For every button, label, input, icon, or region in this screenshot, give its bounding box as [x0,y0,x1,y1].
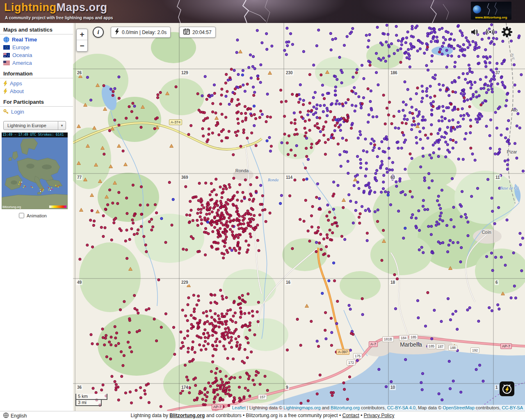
gear-icon[interactable] [501,26,513,39]
lightning-strike-dot [473,48,476,51]
site-logo[interactable]: LightningMaps.org [4,1,107,14]
lightning-strike-dot [180,392,182,395]
lightning-strike-dot [484,60,486,63]
lightning-strike-dot [520,73,523,76]
sidebar-item-login[interactable]: Login [0,108,73,116]
lightning-strike-dot [405,103,407,106]
zoom-in-button[interactable]: + [77,29,87,40]
attribution-link[interactable]: OpenStreetMap [443,405,475,410]
lightning-strike-dot [241,326,243,328]
strike-sound-button[interactable] [500,381,514,396]
europe-thumbnail-map[interactable]: 15:49 - 17:49 UTC Strokes: 6141 [2,132,68,209]
attribution-link[interactable]: CC-BY-SA 4.0 [387,405,415,410]
sidebar-item-about[interactable]: About [0,87,73,95]
lightning-strike-dot [336,122,338,124]
lightning-strike-dot [259,203,262,205]
lightning-strike-dot [504,85,506,88]
strike-rate-bar[interactable]: 0.0/min | Delay: 2.0s [111,27,171,38]
rate-delay-text: 0.0/min | Delay: 2.0s [122,30,167,35]
attribution-link[interactable]: Leaflet [232,405,246,410]
lightning-strike-dot [432,105,434,108]
lightning-strike-dot [123,354,125,357]
lightning-strike-dot [130,110,133,113]
lightning-strike-dot [493,222,496,225]
lightning-strike-dot [476,121,479,123]
lightning-strike-dot [249,324,251,327]
sidebar-item-oceania[interactable]: Oceania [0,51,73,59]
lightning-strike-dot [283,49,286,52]
lightning-strike-dot [307,230,309,232]
map-selector-dropdown[interactable]: Lightning in Europe ▼ [3,121,66,130]
lightning-strike-dot [506,128,509,130]
lightning-strike-dot [397,39,399,42]
sidebar-item-america[interactable]: America [0,59,73,67]
language-selector[interactable]: English [3,411,27,420]
footer-link[interactable]: Privacy Policy [364,413,395,418]
lightning-strike-dot [222,257,225,259]
attribution-link[interactable]: Blitzortung.org [331,405,360,410]
lightning-strike-dot [346,114,349,116]
lightning-strike-dot [242,223,245,225]
lightning-strike-dot [136,117,138,119]
sidebar-item-europe[interactable]: Europe [0,43,73,51]
lightning-strike-dot [349,349,352,352]
lightning-strike-dot [326,92,329,95]
animation-checkbox[interactable] [19,213,24,218]
lightning-strike-dot [470,81,472,83]
lightning-strike-dot [441,189,443,192]
lightning-strike-dot [100,389,103,391]
lightning-strike-dot [264,208,266,211]
info-button[interactable]: i [93,27,104,38]
grid-cell-count: 10 [390,385,396,390]
lightning-strike-dot [374,176,377,179]
sidebar-item-apps[interactable]: Apps [0,80,73,87]
lightning-bolt-icon [115,28,119,36]
lightning-strike-dot [501,81,504,84]
lightning-strike-dot [418,210,420,212]
lightning-strike-dot [232,315,235,317]
lightning-strike-dot [355,71,358,74]
lightning-strike-dot [242,84,244,86]
attribution-link[interactable]: Lightningmaps.org [283,405,321,410]
lightning-strike-dot [460,247,463,249]
lightning-strike-dot [196,224,199,226]
lightning-strike-dot [500,76,502,79]
sidebar-item-realtime[interactable]: Real Time [0,36,73,43]
footer-link[interactable]: Blitzortung.org [169,413,205,418]
signal-icon[interactable] [486,28,495,38]
sound-icon[interactable] [470,28,478,38]
lightning-strike-dot [484,48,487,51]
lightning-strike-dot [490,252,493,254]
blitzortung-banner[interactable]: www.Blitzortung.org [471,2,511,20]
map-area[interactable]: 2612923018637773691146311492291618636174… [73,23,525,411]
lightning-strike-dot [203,206,205,209]
lightning-strike-dot [404,227,406,229]
lightning-strike-dot [310,143,313,145]
lightning-strike-dot [211,344,214,347]
lightning-strike-dot [140,213,143,215]
lightning-strike-dot [253,124,256,127]
lightning-strike-dot [353,87,356,89]
lightning-strike-dot [477,55,479,57]
lightning-strike-dot [110,358,112,360]
lightning-strike-dot [489,55,491,58]
zoom-out-button[interactable]: − [77,40,87,51]
thumbnail-brand: Blitzortung.org [2,205,21,209]
lightning-strike-dot [370,189,372,192]
lightning-strike-dot [252,227,254,230]
lightning-strike-dot [438,51,441,53]
lightning-strike-dot [105,356,108,358]
footer-link[interactable]: Contact [342,413,359,418]
lightning-strike-dot [202,312,205,314]
lightning-strike-dot [203,333,205,335]
lightning-strike-dot [491,88,493,90]
participants-heading: For Participants [0,99,73,107]
lightning-strike-dot [491,78,493,80]
lightning-strike-dot [310,226,313,228]
lightning-strike-dot [180,331,182,333]
clock-bar[interactable]: 20:04:57 [179,27,216,38]
lightning-strike-dot [248,66,250,68]
attribution-link[interactable]: CC-BY-SA [502,405,523,410]
lightning-strike-dot [340,235,343,237]
lightning-strike-dot [386,107,388,110]
